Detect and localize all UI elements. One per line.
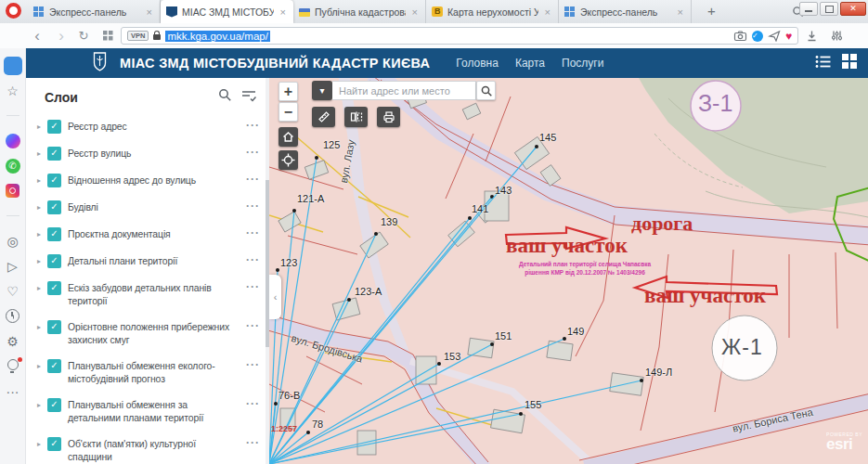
nav-link[interactable]: Карта	[515, 57, 545, 70]
url-text[interactable]: mkk.kga.gov.ua/map/	[165, 31, 269, 42]
personal-news-icon[interactable]: ♡	[0, 278, 26, 303]
layer-checkbox[interactable]	[47, 120, 61, 134]
my-flow-icon[interactable]: ▷	[0, 253, 26, 278]
layer-menu-icon[interactable]: ···	[246, 319, 260, 332]
browser-tab[interactable]: Экспресс-панель ×	[28, 0, 161, 23]
zoom-out-button[interactable]: −	[279, 102, 298, 122]
maximize-button[interactable]	[820, 2, 838, 16]
layer-row[interactable]: ▸ Об'єкти (пам'ятки) культурної спадщини…	[26, 431, 269, 464]
home-extent-button[interactable]	[279, 127, 298, 147]
tab-close-icon[interactable]: ×	[676, 6, 685, 18]
expand-caret-icon[interactable]: ▸	[37, 230, 41, 238]
history-clock-icon[interactable]	[0, 303, 26, 329]
forward-icon[interactable]: ›	[54, 23, 69, 48]
swipe-compare-button[interactable]	[344, 107, 368, 127]
layer-checkbox[interactable]	[47, 254, 61, 268]
legend-list-icon[interactable]	[815, 55, 831, 72]
expand-caret-icon[interactable]: ▸	[37, 323, 41, 331]
player-icon[interactable]: ◎	[0, 228, 26, 253]
layer-checkbox[interactable]	[47, 398, 61, 412]
layer-row[interactable]: ▸ Відношення адрес до вулиць ···	[26, 167, 269, 194]
vpn-badge[interactable]: VPN	[127, 31, 149, 41]
nav-link[interactable]: Послуги	[562, 57, 603, 70]
layer-menu-icon[interactable]: ···	[246, 280, 260, 293]
layer-checkbox[interactable]	[47, 227, 61, 241]
back-icon[interactable]: ‹	[30, 23, 45, 48]
layer-row[interactable]: ▸ Планувальні обмеження еколого-містобуд…	[26, 353, 269, 392]
easy-setup-bulb-icon[interactable]	[0, 354, 26, 379]
layer-menu-icon[interactable]: ···	[246, 173, 260, 186]
layer-row[interactable]: ▸ Реєстр вулиць ···	[26, 140, 269, 167]
settings-gear-icon[interactable]: ⚙	[0, 329, 26, 354]
zoom-in-button[interactable]: +	[279, 82, 298, 101]
sidebar-setup-sliders-icon[interactable]	[829, 23, 844, 48]
browser-tab[interactable]: Экспресс-панель ×	[559, 0, 692, 23]
map-search-input[interactable]	[332, 81, 476, 100]
opera-logo-icon[interactable]	[6, 3, 21, 19]
expand-caret-icon[interactable]: ▸	[37, 122, 41, 131]
search-dropdown-button[interactable]: ▾	[312, 81, 332, 100]
tab-close-icon[interactable]: ×	[410, 6, 420, 18]
instagram-icon[interactable]	[0, 178, 26, 203]
map-viewport[interactable]: 125121-А139123123-А141143145149151153149…	[269, 78, 868, 464]
verified-badge-icon[interactable]: ✓	[752, 31, 763, 42]
layer-row[interactable]: ▸ Будівлі ···	[26, 194, 269, 221]
more-dots-icon[interactable]: ···	[0, 379, 26, 404]
layer-menu-icon[interactable]: ···	[246, 253, 260, 266]
rail-divider[interactable]	[0, 203, 26, 228]
expand-caret-icon[interactable]: ▸	[37, 440, 41, 448]
print-button[interactable]	[377, 107, 400, 127]
layer-row[interactable]: ▸ Проєктна документація ···	[26, 221, 269, 248]
download-icon[interactable]	[804, 23, 819, 48]
panel-collapse-handle[interactable]: ‹	[269, 275, 281, 319]
layer-row[interactable]: ▸ Орієнтовне положення прибережних захис…	[26, 314, 269, 353]
minimize-button[interactable]	[799, 2, 818, 16]
snapshot-camera-icon[interactable]	[733, 30, 747, 42]
layer-checkbox[interactable]	[47, 437, 61, 451]
bookmark-heart-icon[interactable]: ♥	[785, 30, 792, 43]
layer-checkbox[interactable]	[47, 200, 61, 214]
whatsapp-icon[interactable]: ✆	[0, 153, 26, 178]
rail-divider[interactable]	[0, 103, 26, 128]
expand-caret-icon[interactable]: ▸	[37, 362, 41, 370]
layer-menu-icon[interactable]: ···	[246, 146, 260, 159]
expand-caret-icon[interactable]: ▸	[37, 203, 41, 212]
layer-row[interactable]: ▸ Детальні плани території ···	[26, 248, 269, 275]
tab-close-icon[interactable]: ×	[543, 6, 552, 18]
layer-menu-icon[interactable]: ···	[246, 436, 260, 449]
messenger-icon[interactable]	[0, 128, 26, 153]
layer-checkbox[interactable]	[47, 320, 61, 334]
layer-checkbox[interactable]	[47, 174, 61, 187]
tab-close-icon[interactable]: ×	[279, 6, 288, 18]
basemap-grid-icon[interactable]	[842, 54, 857, 72]
measure-ruler-button[interactable]	[312, 107, 335, 127]
layer-menu-icon[interactable]: ···	[246, 200, 260, 213]
layer-row[interactable]: ▸ Ескіз забудови детальних планів терито…	[26, 275, 269, 314]
layers-search-icon[interactable]	[218, 88, 232, 106]
layer-checkbox[interactable]	[47, 281, 61, 295]
send-plane-icon[interactable]	[768, 30, 781, 42]
layer-menu-icon[interactable]: ···	[246, 226, 260, 239]
expand-caret-icon[interactable]: ▸	[37, 149, 41, 158]
layer-checkbox[interactable]	[47, 147, 61, 161]
my-location-button[interactable]	[279, 150, 298, 170]
layer-row[interactable]: ▸ Реєстр адрес ···	[26, 113, 269, 140]
expand-caret-icon[interactable]: ▸	[37, 284, 41, 292]
layer-menu-icon[interactable]: ···	[246, 119, 260, 132]
reload-icon[interactable]: ↻	[76, 23, 91, 48]
browser-tab[interactable]: Карта нерухомості України ×	[426, 0, 559, 23]
url-field[interactable]: VPN mkk.kga.gov.ua/map/ ✓ ♥	[121, 27, 798, 45]
new-tab-button[interactable]: +	[707, 3, 716, 19]
layer-checkbox[interactable]	[47, 359, 61, 373]
expand-caret-icon[interactable]: ▸	[37, 401, 41, 409]
tab-close-icon[interactable]: ×	[145, 6, 154, 18]
expand-caret-icon[interactable]: ▸	[37, 257, 41, 265]
layer-menu-icon[interactable]: ···	[246, 397, 260, 410]
nav-link[interactable]: Головна	[456, 57, 499, 70]
browser-tab[interactable]: МІАС ЗМД МІСТОБУДІВНИЙ ×	[161, 0, 293, 23]
map-search-button[interactable]	[476, 81, 496, 100]
expand-caret-icon[interactable]: ▸	[37, 176, 41, 185]
layer-row[interactable]: ▸ Планувальні обмеження за детальними пл…	[26, 392, 269, 431]
speed-dial-home-icon[interactable]	[0, 53, 26, 78]
browser-tab[interactable]: Публічна кадастрова карта ×	[293, 0, 426, 23]
